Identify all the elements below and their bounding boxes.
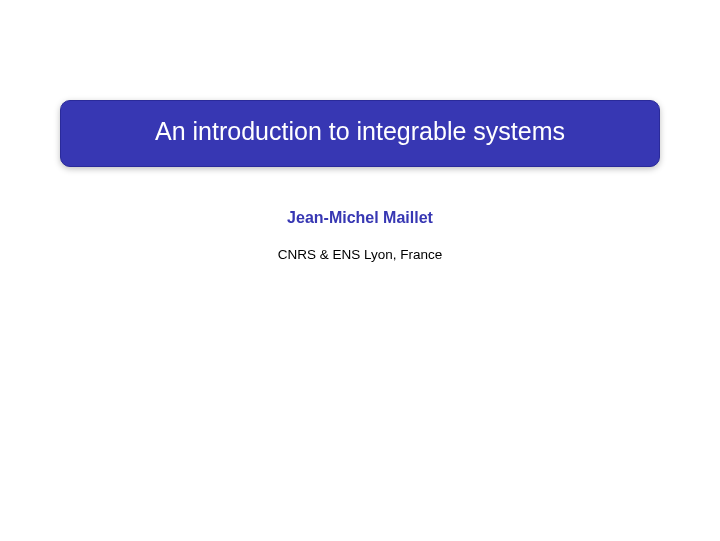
author-name: Jean-Michel Maillet: [0, 209, 720, 227]
slide-title: An introduction to integrable systems: [155, 117, 565, 145]
slide: An introduction to integrable systems Je…: [0, 100, 720, 541]
author-affiliation: CNRS & ENS Lyon, France: [0, 247, 720, 262]
title-box: An introduction to integrable systems: [60, 100, 660, 167]
